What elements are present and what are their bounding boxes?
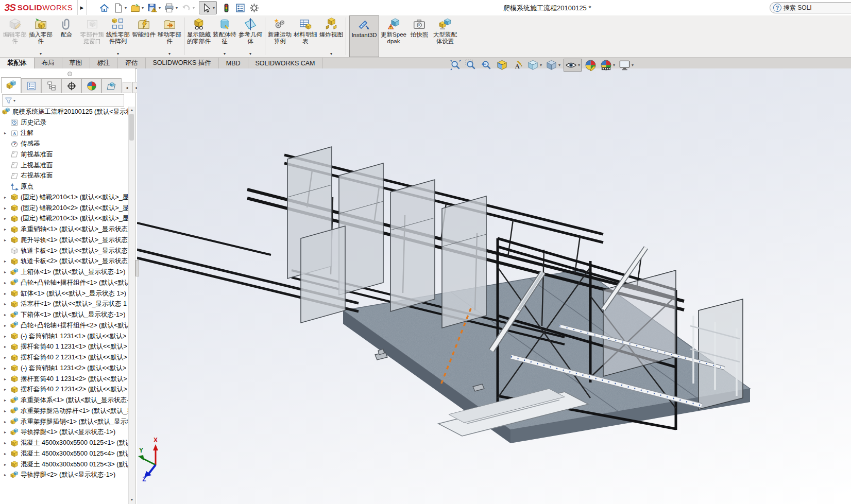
tree-item[interactable]: ▸承重销轴<1> (默认<<默认>_显示状态 [0,224,129,235]
select-cursor-button[interactable]: ▾ [199,1,217,14]
cam-manager-tab[interactable] [101,78,122,93]
expand-arrow[interactable]: ▸ [0,441,10,445]
expand-arrow[interactable]: ▸ [0,473,10,477]
hide-show-items-button[interactable]: ▾ [564,59,582,72]
view-orientation-button[interactable]: ▾ [526,59,542,72]
expand-arrow[interactable]: ▸ [0,430,10,435]
expand-arrow[interactable]: ▸ [0,462,10,467]
smart-fastener-button[interactable]: 智能扣件 [131,15,157,57]
tree-item[interactable]: ▸摆杆套筒40 1 1231<2> (默认<<默认> [0,374,129,385]
tree-item[interactable]: ▸摆杆套筒40 1 1231<1> (默认<<默认> [0,342,129,353]
tree-item[interactable]: 原点 [0,181,129,192]
save-button[interactable]: ▾ [146,1,162,14]
expand-arrow[interactable]: ▸ [0,451,10,456]
panel-splitter-handle[interactable] [135,260,139,276]
expand-arrow[interactable]: ▸ [0,131,10,135]
reference-geometry-button[interactable]: 参考几何体▾ [237,15,263,57]
dropdown-caret-icon[interactable]: ▾ [159,6,161,10]
dropdown-caret-icon[interactable]: ▾ [224,51,226,56]
motion-study-button[interactable]: 新建运动算例 [267,15,293,57]
expand-arrow[interactable]: ▸ [0,323,10,328]
view-settings-button[interactable]: ▾ [618,59,634,72]
open-button[interactable]: ▾ [129,1,145,14]
expand-arrow[interactable]: ▸ [0,270,10,274]
tree-item[interactable]: ▸(固定) 锚靴2010<1> (默认<<默认>_显 [0,192,129,203]
home-button[interactable] [98,1,111,14]
featuremanager-tab[interactable] [1,77,21,93]
expand-arrow[interactable]: ▸ [0,387,10,392]
dropdown-caret-icon[interactable]: ▾ [558,63,560,67]
menu-flyout-arrow[interactable]: ▶ [78,0,87,15]
instant3d-button[interactable]: Instant3D [349,15,379,57]
expand-arrow[interactable]: ▸ [0,420,10,424]
expand-arrow[interactable]: ▸ [0,409,10,413]
tree-item[interactable]: ▸轨道卡板<2> (默认<<默认>_显示状态 [0,256,129,267]
tree-item[interactable]: ▸(-) 套筒销轴1 1231<1> (默认<<默认> [0,331,129,342]
tree-item[interactable]: ▸A注解 [0,128,129,139]
tree-item[interactable]: 轨道卡板<1> (默认<<默认>_显示状态 [0,246,129,256]
expand-arrow[interactable]: ▸ [0,238,10,242]
expand-arrow[interactable]: ▸ [0,291,10,296]
dropdown-caret-icon[interactable]: ▾ [632,63,634,67]
show-hidden-button[interactable]: 显示隐藏的零部件 [186,15,212,57]
panel-collapse-handle[interactable] [67,72,72,76]
filter-dropdown-caret[interactable]: ▾ [13,98,15,103]
tree-item[interactable]: ▸混凝土 4500x300x5500 0125<3> (默认 [0,459,129,470]
annotation-visibility-button[interactable]: A [511,59,524,72]
assembly-feature-button[interactable]: 装配体特征▾ [212,15,237,57]
expand-arrow[interactable]: ▸ [0,334,10,339]
command-tab-2[interactable]: 草图 [62,58,90,68]
tree-item[interactable]: ▸爬升导轨<1> (默认<<默认>_显示状态 [0,235,129,246]
expand-arrow[interactable]: ▸ [0,355,10,360]
expand-arrow[interactable]: ▸ [0,377,10,381]
panel-tab-scroll-left[interactable]: ◂ [123,82,131,93]
dropdown-caret-icon[interactable]: ▾ [40,51,42,56]
expand-arrow[interactable]: ▸ [0,302,10,306]
expand-arrow[interactable]: ▸ [0,206,10,211]
move-component-button[interactable]: 移动零部件▾ [157,15,182,57]
tree-item[interactable]: ▸混凝土 4500x300x5500 0125<1> (默认 [0,438,129,448]
displaymanager-tab[interactable] [81,78,101,93]
edit-appearance-button[interactable] [584,59,597,72]
dimxpertmanager-tab[interactable] [61,78,81,93]
tree-item[interactable]: ▸导轨撑腿<1> (默认<显示状态-1>) [0,427,129,438]
tree-item[interactable]: ▸凸轮+凸轮轴+摆杆组件<1> (默认<默认 [0,277,129,288]
zoom-fit-button[interactable] [449,59,462,72]
tree-item[interactable]: ▸混凝土 4500x300x5500 0125<4> (默认 [0,448,129,459]
dropdown-caret-icon[interactable]: ▾ [213,6,215,10]
scroll-down-arrow[interactable]: ▼ [129,496,135,503]
dropdown-caret-icon[interactable]: ▾ [249,51,251,56]
undo-button[interactable]: ▾ [180,1,196,14]
expand-arrow[interactable]: ▸ [0,312,10,317]
rebuild-traffic-light-button[interactable] [220,1,233,14]
zoom-area-button[interactable] [465,59,478,72]
expand-arrow[interactable]: ▸ [0,227,10,232]
large-assembly-button[interactable]: 大型装配体设置 [432,15,458,57]
expand-arrow[interactable]: ▸ [0,344,10,349]
configurationmanager-tab[interactable] [41,78,61,93]
tree-item[interactable]: 前视基准面 [0,149,129,160]
tree-item[interactable]: 历史记录 [0,117,129,128]
search-box[interactable]: ? 搜索 SOLI [770,2,851,13]
tree-item[interactable]: ▸活塞杆<1> (默认<<默认>_显示状态 1 [0,299,129,310]
expand-arrow[interactable]: ▸ [0,366,10,371]
dropdown-caret-icon[interactable]: ▾ [168,51,171,56]
previous-view-button[interactable] [480,59,493,72]
viewport-3d[interactable]: X Y Z [137,68,851,504]
dropdown-caret-icon[interactable]: ▾ [613,63,615,67]
edit-component-button[interactable]: 编辑零部件 [2,15,28,57]
tree-item[interactable]: ▸摆杆套筒40 2 1231<2> (默认<<默认> [0,385,129,395]
tree-item[interactable]: 传感器 [0,138,129,149]
dropdown-caret-icon[interactable]: ▾ [176,6,178,10]
tree-item[interactable]: ▸(固定) 锚靴2010<3> (默认<<默认>_显 [0,214,129,224]
mate-button[interactable]: 配合 [54,15,79,57]
update-speedpak-button[interactable]: 更新Speedpak [381,15,406,57]
insert-component-button[interactable]: 插入零部件▾ [28,15,54,57]
expand-arrow[interactable]: ▸ [0,259,10,264]
tree-item[interactable]: ▸(固定) 锚靴2010<2> (默认<<默认>_显 [0,203,129,214]
tree-item[interactable]: 爬模系统施工流程20100125 (默认<显示状 [0,107,129,117]
print-button[interactable]: ▾ [163,1,179,14]
snapshot-button[interactable]: 拍快照 [406,15,432,57]
tree-item[interactable]: ▸承重架撑腿活动撑杆<1> (默认<默认_显 [0,406,129,416]
dropdown-caret-icon[interactable]: ▾ [193,6,195,10]
